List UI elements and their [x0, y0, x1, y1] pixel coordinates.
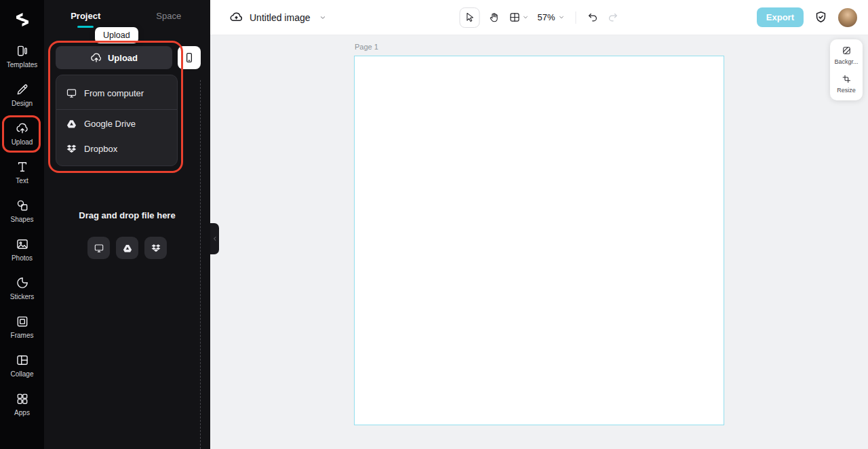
- shield-check-icon[interactable]: [814, 10, 828, 24]
- upload-icon: [16, 121, 29, 135]
- chevron-down-icon: [522, 14, 528, 20]
- background-button[interactable]: Backgr...: [830, 45, 863, 65]
- dropzone-text: Drag and drop file here: [44, 210, 210, 220]
- sidebar-item-label: Templates: [7, 61, 38, 69]
- cloud-upload-icon: [90, 52, 102, 64]
- menu-item-dropbox[interactable]: Dropbox: [56, 136, 177, 161]
- capcut-logo[interactable]: [13, 3, 32, 37]
- sidebar-item-label: Upload: [12, 138, 33, 146]
- dropbox-icon: [151, 243, 161, 254]
- page-label[interactable]: Page 1: [355, 43, 378, 51]
- canvas-area[interactable]: Page 1 Backgr... Resize: [210, 35, 868, 449]
- phone-icon: [183, 52, 195, 64]
- sidebar-item-label: Frames: [11, 332, 34, 339]
- text-icon: [16, 160, 29, 174]
- main-area: Untitled image 57%: [210, 0, 868, 449]
- background-icon: [842, 45, 852, 56]
- apps-icon: [16, 392, 29, 406]
- zoom-value: 57%: [537, 12, 555, 22]
- chevron-down-icon[interactable]: [319, 14, 326, 21]
- resize-icon: [842, 74, 852, 84]
- hand-tool-button[interactable]: [488, 12, 500, 23]
- templates-icon: [16, 44, 29, 58]
- sidebar-item-upload[interactable]: Upload: [0, 114, 44, 153]
- redo-button[interactable]: [608, 12, 619, 23]
- sidebar-item-stickers[interactable]: Stickers: [0, 269, 44, 307]
- dropzone-google-drive-button[interactable]: [116, 237, 138, 259]
- upload-button-label: Upload: [108, 53, 138, 63]
- upload-button[interactable]: Upload: [56, 46, 172, 69]
- select-tool-button[interactable]: [459, 7, 479, 28]
- computer-icon: [94, 243, 104, 254]
- dropbox-icon: [66, 143, 77, 155]
- menu-item-google-drive[interactable]: Google Drive: [56, 111, 177, 136]
- upload-tooltip: Upload: [95, 27, 138, 43]
- sidebar-item-label: Stickers: [10, 293, 35, 300]
- tab-space[interactable]: Space: [127, 0, 211, 31]
- toolbar-divider: [576, 12, 576, 24]
- chevron-down-icon: [559, 14, 565, 20]
- topbar-right-group: Export: [757, 7, 868, 27]
- frames-icon: [16, 315, 29, 328]
- sidebar-item-label: Photos: [12, 254, 33, 262]
- canvas-tools: 57%: [459, 0, 618, 35]
- zoom-control[interactable]: 57%: [537, 12, 564, 22]
- dropzone-dashed-border: [200, 80, 201, 449]
- shapes-icon: [16, 199, 29, 212]
- cursor-icon: [464, 12, 475, 23]
- sidebar-item-frames[interactable]: Frames: [0, 307, 44, 346]
- google-drive-icon: [66, 118, 77, 130]
- dropzone-dropbox-button[interactable]: [144, 237, 167, 259]
- sidebar-item-label: Apps: [14, 409, 30, 416]
- grid-icon: [509, 12, 520, 23]
- canvas-page[interactable]: [354, 56, 724, 425]
- background-label: Backgr...: [834, 58, 858, 65]
- panel-collapse-handle[interactable]: [210, 223, 219, 254]
- collage-icon: [16, 353, 29, 367]
- upload-panel: Project Space Upload From computer Googl…: [44, 0, 210, 449]
- sidebar-item-apps[interactable]: Apps: [0, 385, 44, 423]
- sidebar-item-label: Shapes: [11, 216, 34, 223]
- sidebar-item-label: Text: [16, 177, 28, 184]
- undo-button[interactable]: [587, 12, 599, 23]
- sidebar-item-label: Collage: [11, 370, 34, 378]
- sidebar-item-templates[interactable]: Templates: [0, 37, 44, 75]
- document-title-group: Untitled image: [210, 10, 326, 24]
- menu-divider: [56, 109, 177, 110]
- primary-sidebar: Templates Design Upload Text Shapes Phot…: [0, 0, 44, 449]
- sidebar-item-label: Design: [12, 100, 33, 107]
- sidebar-item-shapes[interactable]: Shapes: [0, 191, 44, 230]
- chevron-left-icon: [212, 235, 218, 242]
- cloud-sync-icon[interactable]: [229, 10, 243, 24]
- menu-item-label: Google Drive: [84, 119, 136, 129]
- layout-tool-button[interactable]: [509, 12, 528, 23]
- avatar[interactable]: [838, 8, 857, 27]
- hand-icon: [488, 12, 500, 23]
- app-window: Templates Design Upload Text Shapes Phot…: [0, 0, 868, 449]
- photos-icon: [16, 237, 29, 251]
- redo-icon: [608, 12, 619, 23]
- sidebar-item-text[interactable]: Text: [0, 153, 44, 191]
- undo-icon: [587, 12, 599, 23]
- sidebar-item-photos[interactable]: Photos: [0, 230, 44, 269]
- computer-icon: [66, 87, 77, 99]
- menu-item-label: From computer: [84, 88, 144, 98]
- sidebar-item-design[interactable]: Design: [0, 75, 44, 114]
- export-button[interactable]: Export: [757, 7, 804, 27]
- resize-label: Resize: [837, 87, 856, 94]
- upload-dropdown-menu: From computer Google Drive Dropbox: [56, 75, 178, 166]
- upload-from-phone-button[interactable]: [178, 46, 201, 69]
- topbar: Untitled image 57%: [210, 0, 868, 35]
- sidebar-item-collage[interactable]: Collage: [0, 346, 44, 385]
- google-drive-icon: [122, 243, 133, 254]
- resize-button[interactable]: Resize: [830, 74, 863, 94]
- tab-label: Project: [71, 11, 100, 21]
- menu-item-from-computer[interactable]: From computer: [56, 78, 177, 108]
- tab-label: Space: [156, 11, 181, 21]
- dropzone-computer-button[interactable]: [87, 237, 110, 259]
- active-tab-underline: [77, 26, 94, 28]
- stickers-icon: [16, 276, 29, 290]
- design-icon: [16, 83, 29, 96]
- dropzone-buttons: [44, 237, 210, 259]
- document-title[interactable]: Untitled image: [250, 12, 311, 23]
